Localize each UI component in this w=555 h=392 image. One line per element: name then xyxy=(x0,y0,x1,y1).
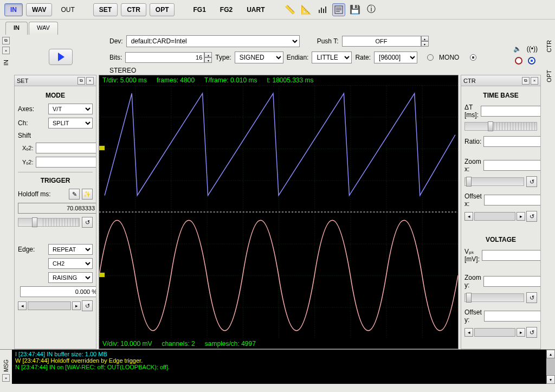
dt-input[interactable] xyxy=(481,106,540,117)
console-icon[interactable] xyxy=(332,3,345,16)
opt-button[interactable]: OPT xyxy=(150,3,175,16)
offsety-scrollbar[interactable] xyxy=(474,328,515,337)
endian-label: Endian: xyxy=(287,54,309,61)
console-line: N [23:47:44] IN on [WAV-REC: off; OUT(LO… xyxy=(15,364,543,370)
ctr-detach-icon[interactable]: ⧉ xyxy=(522,77,530,85)
dev-select[interactable]: default:CARD=Intel xyxy=(126,35,300,47)
console-line: I [23:47:44] IN buffer size: 1.00 MB xyxy=(15,351,543,357)
rate-label: Rate: xyxy=(355,54,371,61)
edge-ch-select[interactable]: CH2 xyxy=(48,258,93,269)
offsetx-right[interactable]: ▸ xyxy=(517,212,525,221)
side-tab-ctr[interactable]: CTR xyxy=(545,37,553,56)
edge-slope-select[interactable]: RAISING xyxy=(48,272,93,283)
tab-in[interactable]: IN xyxy=(5,22,28,35)
x02-label: X₀2: xyxy=(18,145,34,152)
endian-select[interactable]: LITTLE xyxy=(312,52,352,63)
rate-select[interactable]: [96000] xyxy=(374,52,417,63)
offsetx-left[interactable]: ◂ xyxy=(464,212,473,221)
edge-label: Edge: xyxy=(18,246,46,253)
push-t-up[interactable]: ▴ xyxy=(421,36,429,41)
close-icon[interactable]: × xyxy=(2,47,10,54)
save-icon[interactable]: 💾 xyxy=(349,3,362,16)
offsety-left[interactable]: ◂ xyxy=(464,328,473,337)
stereo-radio[interactable] xyxy=(470,54,476,61)
led-ch2 xyxy=(528,57,535,65)
tab-wav[interactable]: WAV xyxy=(29,22,58,35)
dt-slider[interactable] xyxy=(464,122,537,131)
msg-tab-label[interactable]: MSG xyxy=(3,359,9,372)
center-column: Dev: default:CARD=Intel Push T: ▴▾ Bits:… xyxy=(12,35,543,349)
set-detach-icon[interactable]: ⧉ xyxy=(78,77,85,85)
side-tab-opt[interactable]: OPT xyxy=(545,67,553,86)
scope-canvas[interactable] xyxy=(99,85,458,339)
edge-scroll-right[interactable]: ▸ xyxy=(72,301,81,310)
wav-button[interactable]: WAV xyxy=(26,3,52,16)
edge-mode-select[interactable]: REPEAT xyxy=(48,244,93,255)
out-button[interactable]: OUT xyxy=(55,3,80,16)
voltage-title: VOLTAGE xyxy=(464,236,537,243)
bits-input[interactable] xyxy=(125,52,204,63)
wand-icon[interactable]: ✨ xyxy=(82,189,93,200)
offsetx-reset-icon[interactable]: ↺ xyxy=(526,211,537,222)
uart-button[interactable]: UART xyxy=(241,3,270,16)
offsetx-scrollbar[interactable] xyxy=(474,212,515,221)
pencil-icon[interactable]: ✎ xyxy=(69,189,80,200)
console-scroll-down[interactable]: ▾ xyxy=(546,375,555,384)
vpk-label: Vₚₖ [mV]: xyxy=(464,248,480,263)
x02-input[interactable] xyxy=(36,143,96,153)
ruler-v-icon[interactable]: 📐 xyxy=(300,3,313,16)
edge-scrollbar[interactable] xyxy=(28,301,71,310)
push-t-input[interactable] xyxy=(342,36,421,47)
console-clear-icon[interactable]: × xyxy=(2,374,10,382)
fg2-button[interactable]: FG2 xyxy=(215,3,238,16)
push-t-label: Push T: xyxy=(317,37,339,45)
ch-label: Ch: xyxy=(18,119,46,127)
play-button[interactable] xyxy=(49,49,73,65)
holdoff-label: Holdoff ms: xyxy=(18,190,67,198)
offsety-right[interactable]: ▸ xyxy=(517,328,525,337)
detach-icon[interactable]: ⧉ xyxy=(2,37,10,44)
scope-info-bottom: V/div: 10.000 mVchannels: 2samples/ch: 4… xyxy=(99,339,458,349)
side-tab-in[interactable]: IN xyxy=(2,56,10,69)
holdoff-slider[interactable] xyxy=(18,218,80,227)
zoomy-slider[interactable] xyxy=(464,293,524,302)
svg-rect-0 xyxy=(319,10,320,13)
edge-reset-icon[interactable]: ↺ xyxy=(82,300,93,311)
axes-select[interactable]: V/T xyxy=(48,104,93,114)
offsetx-input[interactable] xyxy=(484,195,540,205)
zoomy-reset-icon[interactable]: ↺ xyxy=(526,292,537,303)
zoomx-input[interactable] xyxy=(483,160,540,171)
ctr-button[interactable]: CTR xyxy=(121,3,146,16)
y02-input[interactable] xyxy=(36,157,96,168)
svg-rect-1 xyxy=(321,8,322,13)
ruler-h-icon[interactable]: 📏 xyxy=(283,3,296,16)
edge-scroll-left[interactable]: ◂ xyxy=(18,301,27,310)
fg1-button[interactable]: FG1 xyxy=(188,3,211,16)
console[interactable]: I [23:47:44] IN buffer size: 1.00 MB W [… xyxy=(12,350,546,384)
device-area: Dev: default:CARD=Intel Push T: ▴▾ Bits:… xyxy=(12,35,543,75)
bits-label: Bits: xyxy=(109,54,122,61)
offsety-reset-icon[interactable]: ↺ xyxy=(526,327,537,338)
holdoff-reset-icon[interactable]: ↺ xyxy=(82,217,93,228)
info-icon[interactable]: ⓘ xyxy=(365,3,378,16)
ctr-close-icon[interactable]: × xyxy=(531,77,538,85)
zoomy-input[interactable] xyxy=(483,276,540,287)
edge-level-input[interactable] xyxy=(20,286,96,297)
console-scrollbar[interactable]: ▴ ▾ xyxy=(546,350,555,384)
console-scroll-up[interactable]: ▴ xyxy=(546,350,555,358)
vpk-input[interactable] xyxy=(482,250,540,261)
set-panel: SET⧉× MODE Axes:V/T Ch:SPLIT Shift X₀2:▴… xyxy=(14,75,96,349)
set-button[interactable]: SET xyxy=(93,3,118,16)
ratio-input[interactable] xyxy=(483,136,540,147)
bars-icon[interactable] xyxy=(316,3,329,16)
scope-info-top: T/div: 5.000 msframes: 4800T/frame: 0.01… xyxy=(99,75,458,85)
offsety-input[interactable] xyxy=(484,311,540,322)
push-t-down[interactable]: ▾ xyxy=(421,41,429,47)
zoomx-slider[interactable] xyxy=(464,177,524,186)
type-select[interactable]: SIGNED xyxy=(235,52,283,63)
set-close-icon[interactable]: × xyxy=(86,77,94,85)
ch-select[interactable]: SPLIT xyxy=(48,118,93,128)
zoomx-reset-icon[interactable]: ↺ xyxy=(526,176,537,187)
in-button[interactable]: IN xyxy=(4,3,23,16)
mono-radio[interactable] xyxy=(427,54,434,61)
